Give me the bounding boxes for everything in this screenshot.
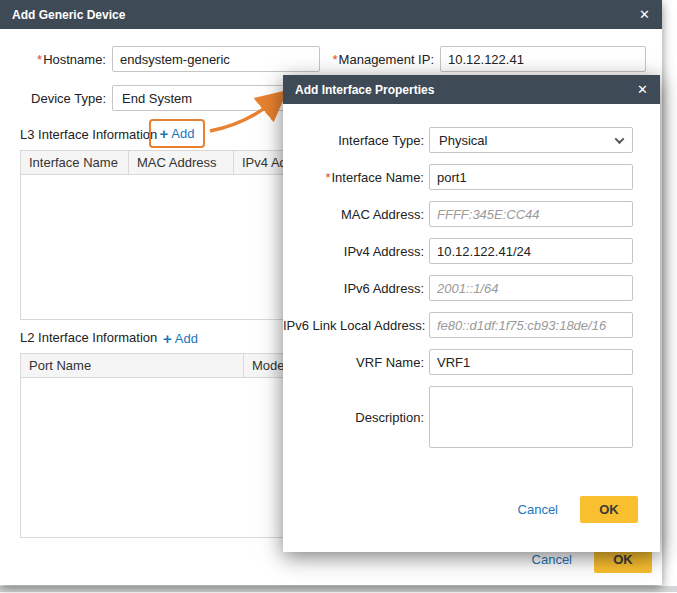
device-type-label: Device Type: [12, 91, 112, 106]
ipv6-address-field-row: IPv6 Address: [283, 275, 660, 301]
management-ip-input[interactable] [440, 46, 646, 72]
mac-address-field-row: MAC Address: [283, 201, 660, 227]
plus-icon: + [160, 125, 169, 142]
interface-type-field-row: Interface Type: Physical [283, 127, 660, 153]
ipv4-address-field-row: IPv4 Address: [283, 238, 660, 264]
ipv6-link-local-label: IPv6 Link Local Address: [283, 318, 429, 333]
ipv4-address-label: IPv4 Address: [283, 244, 429, 259]
ipv6-link-local-input[interactable] [429, 312, 633, 338]
close-icon[interactable]: ✕ [639, 8, 650, 21]
required-asterisk: * [325, 170, 330, 185]
l3-section-title: L3 Interface Information [20, 127, 157, 142]
chevron-down-icon [615, 134, 625, 144]
l2-section-title: L2 Interface Information [20, 330, 157, 345]
l3-add-button[interactable]: +Add [160, 125, 195, 142]
column-header-port-name[interactable]: Port Name [21, 354, 244, 377]
cancel-button[interactable]: Cancel [532, 552, 572, 567]
interface-type-value: Physical [439, 133, 487, 148]
interface-dialog-footer: Cancel OK [283, 496, 660, 523]
column-header-mac-address[interactable]: MAC Address [129, 151, 234, 174]
vrf-name-input[interactable] [429, 349, 633, 375]
dialog-title: Add Generic Device [12, 8, 125, 22]
vrf-name-field-row: VRF Name: [283, 349, 660, 375]
management-ip-field-row: *Management IP: [330, 46, 646, 72]
ipv6-address-input[interactable] [429, 275, 633, 301]
dialog-title: Add Interface Properties [295, 83, 434, 97]
interface-type-select[interactable]: Physical [429, 127, 633, 153]
description-field-row: Description: [283, 386, 660, 448]
description-label: Description: [283, 410, 429, 425]
management-ip-label: *Management IP: [330, 52, 440, 67]
hostname-field-row: *Hostname: [12, 46, 320, 72]
background-edge [0, 586, 677, 592]
device-type-value: End System [122, 91, 192, 106]
interface-name-label: *Interface Name: [283, 170, 429, 185]
ipv6-link-local-field-row: IPv6 Link Local Address: [283, 312, 660, 338]
l2-add-button[interactable]: +Add [163, 330, 198, 347]
plus-icon: + [163, 330, 172, 347]
interface-name-field-row: *Interface Name: [283, 164, 660, 190]
ok-button[interactable]: OK [580, 496, 638, 523]
description-textarea[interactable] [429, 386, 633, 448]
column-header-interface-name[interactable]: Interface Name [21, 151, 129, 174]
l3-add-highlight-box: +Add [149, 119, 205, 148]
dialog-header: Add Generic Device ✕ [0, 0, 662, 29]
vrf-name-label: VRF Name: [283, 355, 429, 370]
close-icon[interactable]: ✕ [637, 83, 648, 96]
hostname-label: *Hostname: [12, 52, 112, 67]
interface-type-label: Interface Type: [283, 133, 429, 148]
ipv6-address-label: IPv6 Address: [283, 281, 429, 296]
cancel-button[interactable]: Cancel [518, 502, 558, 517]
required-asterisk: * [37, 52, 42, 67]
mac-address-input[interactable] [429, 201, 633, 227]
required-asterisk: * [333, 52, 338, 67]
add-interface-properties-dialog: Add Interface Properties ✕ Interface Typ… [283, 75, 660, 552]
dialog-header: Add Interface Properties ✕ [283, 75, 660, 104]
interface-form: Interface Type: Physical *Interface Name… [283, 104, 660, 523]
mac-address-label: MAC Address: [283, 207, 429, 222]
interface-name-input[interactable] [429, 164, 633, 190]
annotation-arrow [205, 88, 290, 138]
hostname-input[interactable] [112, 46, 320, 72]
ipv4-address-input[interactable] [429, 238, 633, 264]
